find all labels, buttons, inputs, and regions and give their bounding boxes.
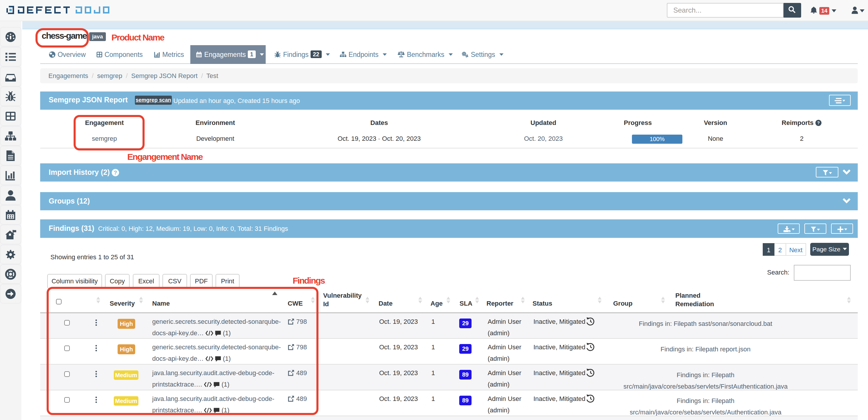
svg-text:?: ? bbox=[114, 170, 117, 176]
svg-text:?: ? bbox=[817, 121, 820, 125]
